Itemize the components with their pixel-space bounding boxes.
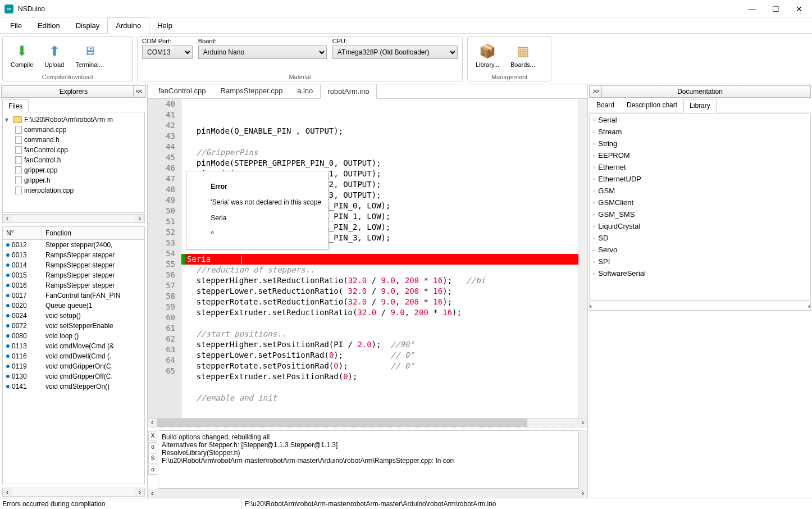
library-item[interactable]: ›LiquidCrystal (590, 220, 810, 232)
func-col-n-header[interactable]: N° (3, 227, 42, 239)
function-row[interactable]: 0130void cmdGripperOff(C. (3, 371, 144, 381)
editor-hscroll[interactable]: ‹› (148, 418, 587, 427)
func-col-f-header[interactable]: Fonction (42, 227, 144, 239)
com-port-select[interactable]: COM13 (142, 46, 193, 59)
close-button[interactable]: ✕ (795, 5, 803, 13)
code-line[interactable]: stepperRotate.setReductionRatio(32.0 / 9… (181, 297, 578, 307)
library-item[interactable]: ›Serial (590, 114, 810, 126)
console-o-button[interactable]: o (148, 442, 157, 452)
code-line[interactable]: stepperExtruder.setReductionRatio(32.0 /… (181, 307, 578, 318)
library-item[interactable]: ›SD (590, 232, 810, 244)
function-row[interactable]: 0015RampsStepper stepper (3, 270, 144, 280)
minimize-button[interactable]: — (748, 5, 756, 13)
editor-tab[interactable]: robotArm.ino (320, 84, 376, 99)
function-row[interactable]: 0014RampsStepper stepper (3, 260, 144, 270)
board-select[interactable]: Arduino Nano (198, 46, 327, 59)
uploadbutton[interactable]: ⬆Upload (41, 41, 67, 69)
maximize-button[interactable]: ☐ (772, 5, 779, 13)
tree-file[interactable]: command.cpp (5, 125, 142, 135)
library-item[interactable]: ›Stream (590, 126, 810, 138)
function-row[interactable]: 0017FanControl fan(FAN_PIN (3, 290, 144, 301)
doc-tab-board[interactable]: Board (590, 98, 621, 112)
library-hscroll[interactable]: ‹› (589, 302, 811, 311)
explorers-collapse-button[interactable]: << (133, 86, 144, 97)
code-line[interactable]: stepperHigher.setPositionRad(PI / 2.0); … (181, 339, 578, 350)
code-line[interactable]: pinMode(Q_ENABLE_PIN , OUTPUT); (181, 126, 578, 137)
editor-tab[interactable]: RampsStepper.cpp (213, 84, 290, 98)
boards-button[interactable]: ▦Boards... (507, 41, 539, 69)
code-line[interactable]: //enable and init (181, 393, 578, 403)
file-tree[interactable]: ▾F:\u20\RobotArm\robotArm-mcommand.cppco… (2, 112, 145, 213)
console-hscroll[interactable]: ‹› (148, 489, 587, 498)
function-row[interactable]: 0113void cmdMove(Cmd (& (3, 341, 144, 351)
function-row[interactable]: 0024void setup() (3, 311, 144, 321)
code-line[interactable]: stepperHigher.setReductionRatio(32.0 / 9… (181, 275, 578, 286)
library-button[interactable]: 📦Library... (472, 41, 503, 69)
editor-vscroll[interactable] (578, 99, 587, 418)
library-list[interactable]: ›Serial›Stream›String›EEPROM›Ethernet›Et… (589, 113, 811, 301)
tree-file[interactable]: fanControl.cpp (5, 145, 142, 155)
library-item[interactable]: ›GSMClient (590, 197, 810, 208)
library-item[interactable]: ›String (590, 138, 810, 149)
code-line[interactable]: //GripperPins (181, 147, 578, 158)
console-s-button[interactable]: S (148, 453, 157, 463)
code-line[interactable]: pinMode(STEPPER_GRIPPER_PIN_0, OUTPUT); (181, 158, 578, 169)
console-vscroll[interactable] (578, 430, 587, 489)
compilebutton[interactable]: ⬇Compile (7, 41, 37, 69)
library-item[interactable]: ›Servo (590, 244, 810, 256)
menu-arduino[interactable]: Arduino (107, 17, 149, 34)
editor-tab[interactable]: fanControl.cpp (151, 84, 213, 98)
tree-file[interactable]: gripper.h (5, 175, 142, 185)
function-row[interactable]: 0080void loop () (3, 331, 144, 341)
terminal-button[interactable]: 🖥Terminal... (72, 41, 107, 69)
tree-file[interactable]: fanControl.h (5, 155, 142, 165)
code-line[interactable]: Seria | (181, 254, 578, 265)
documentation-expand-button[interactable]: >> (591, 86, 602, 97)
function-row[interactable]: 0020Queue queue(1 (3, 301, 144, 311)
code-line[interactable] (181, 318, 578, 329)
tree-file[interactable]: interpolation.cpp (5, 185, 142, 196)
files-tab[interactable]: Files (2, 99, 29, 112)
library-item[interactable]: ›EEPROM (590, 149, 810, 161)
library-item[interactable]: ›SoftwareSerial (590, 267, 810, 279)
doc-tab-library[interactable]: Library (683, 99, 717, 112)
console-x-button[interactable]: X (148, 431, 157, 441)
code-area[interactable]: Error 'Seria' was not declared in this s… (181, 99, 578, 418)
library-item[interactable]: ›EthernetUDP (590, 173, 810, 185)
func-hscroll[interactable]: ‹› (2, 488, 145, 497)
library-item[interactable]: ›Ethernet (590, 161, 810, 173)
menu-help[interactable]: Help (149, 18, 180, 33)
library-item[interactable]: ›GSM (590, 185, 810, 197)
library-item[interactable]: ›SPI (590, 256, 810, 267)
menu-file[interactable]: File (2, 18, 30, 33)
code-line[interactable]: //reduction of steppers.. (181, 265, 578, 275)
function-row[interactable]: 0119void cmdGripperOn(C. (3, 361, 144, 371)
function-row[interactable]: 0141void cmdStepperOn() (3, 381, 144, 392)
tree-root[interactable]: ▾F:\u20\RobotArm\robotArm-m (5, 115, 142, 125)
library-item[interactable]: ›GSM_SMS (590, 208, 810, 220)
tree-file[interactable]: gripper.cpp (5, 165, 142, 175)
function-row[interactable]: 0016RampsStepper stepper (3, 280, 144, 290)
function-row[interactable]: 0116void cmdDwell(Cmd (. (3, 351, 144, 361)
function-row[interactable]: 0072void setStepperEnable (3, 321, 144, 331)
code-line[interactable]: stepperRotate.setPositionRad(0); // 0° (181, 361, 578, 371)
code-line[interactable]: stepperLower.setReductionRatio( 32.0 / 9… (181, 286, 578, 297)
cpu-select[interactable]: ATmega328P (Old Bootloader) (332, 46, 458, 59)
tree-file[interactable]: command.h (5, 135, 142, 145)
function-row[interactable]: 0012Stepper stepper(2400, (3, 240, 144, 250)
editor[interactable]: 4041424344454647484950515253545556575859… (148, 99, 587, 418)
console-output[interactable]: Build options changed, rebuilding allAlt… (158, 430, 578, 489)
code-line[interactable] (181, 382, 578, 393)
code-line[interactable]: stepperLower.setPositionRad(0); // 0° (181, 350, 578, 361)
function-row[interactable]: 0013RampsStepper stepper (3, 250, 144, 260)
code-line[interactable]: //start positions.. (181, 329, 578, 339)
console-o-button[interactable]: o (148, 465, 157, 475)
code-line[interactable]: stepperExtruder.setPositionRad(0); (181, 371, 578, 382)
menu-edition[interactable]: Edition (30, 18, 68, 33)
doc-tab-description-chart[interactable]: Description chart (621, 98, 683, 112)
code-line[interactable] (181, 137, 578, 147)
menu-display[interactable]: Display (68, 18, 108, 33)
tree-hscroll[interactable]: ‹› (2, 214, 145, 223)
editor-tab[interactable]: a.ino (290, 84, 320, 98)
function-list-body[interactable]: 0012Stepper stepper(2400,0013RampsSteppe… (3, 240, 144, 484)
